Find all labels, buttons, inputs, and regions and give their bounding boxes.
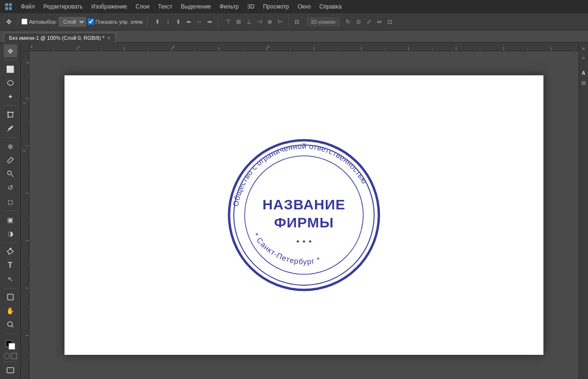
menu-text[interactable]: Текст <box>154 2 176 11</box>
menu-view[interactable]: Просмотр <box>259 2 293 11</box>
pen-btn[interactable] <box>4 245 17 258</box>
ruler-vertical: 0 1 2 <box>21 51 29 379</box>
marquee-tool-btn[interactable]: ⬜ <box>4 63 17 75</box>
align-v-center-icon[interactable]: ↕ <box>163 17 173 27</box>
tab-title: Без имени-1 @ 100% (Слой 0, RGB/8) * <box>9 35 104 41</box>
svg-text:1: 1 <box>78 45 80 49</box>
tab-close-button[interactable]: × <box>107 35 110 41</box>
quick-mask-area[interactable] <box>4 353 17 359</box>
svg-rect-1 <box>9 3 12 6</box>
canvas-area: 1 2 3 <box>21 43 579 379</box>
tab-bar: Без имени-1 @ 100% (Слой 0, RGB/8) * × <box>0 30 588 43</box>
svg-text:2: 2 <box>22 149 26 152</box>
3d-orbit-icon[interactable]: ⊙ <box>354 17 363 27</box>
3d-mode-button[interactable]: 3D-режим: <box>307 18 340 26</box>
eraser-btn[interactable]: ◻ <box>4 195 17 208</box>
distribute-h-center-icon[interactable]: ⊕ <box>265 17 275 27</box>
svg-point-5 <box>8 171 11 175</box>
quick-mask-icon[interactable] <box>4 353 10 359</box>
3d-slide-icon[interactable]: ⇔ <box>375 17 384 27</box>
svg-text:0: 0 <box>30 45 33 49</box>
toolbar-sep-2 <box>147 17 147 27</box>
tool-sep-5 <box>4 242 17 243</box>
svg-rect-7 <box>8 294 13 300</box>
align-right-icon[interactable]: ➡ <box>205 17 214 27</box>
document-canvas: Общество с ограниченной ответственностью… <box>64 75 543 355</box>
auto-align-icon[interactable]: ⊟ <box>292 17 302 27</box>
svg-point-8 <box>8 322 12 326</box>
panel-collapse-icon[interactable]: « <box>580 45 588 52</box>
3d-rotate-icon[interactable]: ↻ <box>343 17 353 27</box>
app-icon <box>4 2 13 11</box>
show-transform-label[interactable]: Показать упр. элем. <box>88 18 144 25</box>
healing-btn[interactable]: ⊕ <box>4 140 17 153</box>
standard-mode-icon[interactable] <box>11 353 17 359</box>
gradient-btn[interactable]: ▣ <box>4 213 17 226</box>
align-left-icon[interactable]: ⬅ <box>184 17 193 27</box>
menu-help[interactable]: Справка <box>315 2 345 11</box>
toolbar-sep-1 <box>18 17 18 27</box>
document-tab[interactable]: Без имени-1 @ 100% (Слой 0, RGB/8) * × <box>4 33 116 43</box>
character-panel-icon[interactable]: A <box>580 69 588 77</box>
tool-sep-6 <box>4 288 17 289</box>
layer-select[interactable]: Слой <box>59 17 86 27</box>
color-swatches[interactable] <box>4 338 17 351</box>
menu-bar: Файл Редактировать Изображение Слои Текс… <box>0 0 588 13</box>
lasso-tool-btn[interactable] <box>4 76 17 89</box>
menu-edit[interactable]: Редактировать <box>40 2 87 11</box>
options-toolbar: ✥ Автовыбор: Слой Показать упр. элем. ⬆ … <box>0 13 588 30</box>
menu-3d[interactable]: 3D <box>243 2 258 11</box>
layers-panel-icon[interactable]: ▤ <box>580 79 588 86</box>
autoselect-label[interactable]: Автовыбор: <box>21 18 57 25</box>
menu-filter[interactable]: Фильтр <box>216 2 242 11</box>
svg-text:ФИРМЫ: ФИРМЫ <box>274 215 334 230</box>
tool-sep-3 <box>4 137 17 138</box>
menu-image[interactable]: Изображение <box>87 2 131 11</box>
3d-pan-icon[interactable]: ⤢ <box>364 17 374 27</box>
eyedropper-btn[interactable] <box>4 122 17 135</box>
move-tool-icon[interactable]: ✥ <box>4 17 14 27</box>
3d-camera-icon[interactable]: ⊡ <box>385 17 395 27</box>
clone-btn[interactable] <box>4 168 17 180</box>
toolbar-sep-3 <box>218 17 218 27</box>
text-btn[interactable]: T <box>4 259 17 271</box>
magic-wand-btn[interactable]: ✦ <box>4 90 17 103</box>
svg-text:1: 1 <box>22 102 26 104</box>
show-transform-checkbox[interactable] <box>88 18 94 25</box>
crop-tool-btn[interactable] <box>4 108 17 121</box>
svg-point-6 <box>9 248 11 249</box>
history-brush-btn[interactable]: ↺ <box>4 181 17 194</box>
document-view[interactable]: Общество с ограниченной ответственностью… <box>29 51 579 379</box>
distribute-left-icon[interactable]: ⊣ <box>255 17 264 27</box>
zoom-btn[interactable] <box>4 318 17 331</box>
svg-text:✦ ✦ ✦: ✦ ✦ ✦ <box>295 238 313 245</box>
menu-file[interactable]: Файл <box>17 2 39 11</box>
autoselect-checkbox[interactable] <box>21 18 28 25</box>
screen-mode-btn[interactable] <box>4 364 17 377</box>
menu-select[interactable]: Выделение <box>177 2 215 11</box>
distribute-right-icon[interactable]: ⊢ <box>276 17 285 27</box>
dodge-btn[interactable]: ◑ <box>4 227 17 240</box>
distribute-v-center-icon[interactable]: ⊞ <box>234 17 243 27</box>
workspace: ✥ ⬜ ✦ ⊕ <box>0 43 588 379</box>
3d-icons-group: ↻ ⊙ ⤢ ⇔ ⊡ <box>343 17 395 27</box>
menu-window[interactable]: Окно <box>294 2 314 11</box>
tool-sep-4 <box>4 210 17 211</box>
path-select-btn[interactable]: ↖ <box>4 272 17 285</box>
toolbar-sep-4 <box>288 17 289 27</box>
left-toolbar: ✥ ⬜ ✦ ⊕ <box>0 43 21 379</box>
distribute-bottom-icon[interactable]: ⊥ <box>244 17 254 27</box>
distribute-top-icon[interactable]: ⊤ <box>223 17 233 27</box>
tool-sep-1 <box>4 60 17 60</box>
hand-btn[interactable]: ✋ <box>4 305 17 317</box>
move-tool-btn[interactable]: ✥ <box>4 45 17 57</box>
align-top-icon[interactable]: ⬆ <box>153 17 162 27</box>
brush-btn[interactable] <box>4 154 17 167</box>
menu-layers[interactable]: Слои <box>132 2 153 11</box>
shape-btn[interactable] <box>4 291 17 304</box>
panel-expand-icon[interactable]: » <box>580 54 588 62</box>
svg-rect-9 <box>7 368 14 373</box>
svg-text:2: 2 <box>173 45 175 49</box>
align-bottom-icon[interactable]: ⬇ <box>174 17 183 27</box>
align-h-center-icon[interactable]: ↔ <box>194 17 204 27</box>
